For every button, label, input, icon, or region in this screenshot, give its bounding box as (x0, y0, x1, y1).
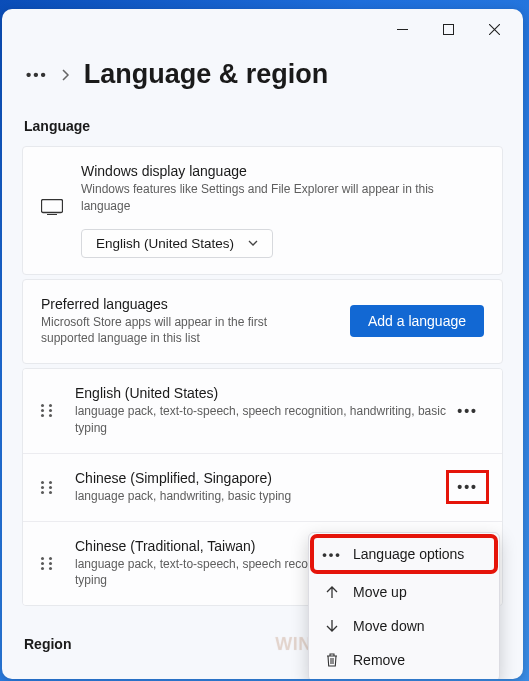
more-button[interactable]: ••• (451, 399, 484, 423)
menu-item-label: Move down (353, 618, 425, 634)
page-title: Language & region (84, 59, 329, 90)
drag-handle-icon[interactable] (41, 481, 55, 494)
display-language-value: English (United States) (96, 236, 234, 251)
preferred-languages-card: Preferred languages Microsoft Store apps… (22, 279, 503, 365)
titlebar (2, 9, 523, 49)
language-features: language pack, text-to-speech, speech re… (75, 403, 451, 437)
language-features: language pack, handwriting, basic typing (75, 488, 451, 505)
arrow-down-icon (323, 619, 341, 633)
ellipsis-icon: ••• (323, 547, 341, 562)
svg-rect-3 (47, 214, 57, 215)
trash-icon (323, 653, 341, 667)
menu-language-options[interactable]: ••• Language options (313, 537, 495, 571)
svg-rect-1 (443, 24, 453, 34)
language-item[interactable]: Chinese (Simplified, Singapore) language… (23, 453, 502, 521)
add-language-button[interactable]: Add a language (350, 305, 484, 337)
chevron-down-icon (248, 240, 258, 246)
display-language-title: Windows display language (81, 163, 484, 179)
display-language-card: Windows display language Windows feature… (22, 146, 503, 275)
arrow-up-icon (323, 585, 341, 599)
close-button[interactable] (471, 13, 517, 45)
maximize-button[interactable] (425, 13, 471, 45)
menu-move-up[interactable]: Move up (313, 575, 495, 609)
drag-handle-icon[interactable] (41, 557, 55, 570)
menu-item-label: Move up (353, 584, 407, 600)
breadcrumb-more-icon[interactable]: ••• (26, 66, 48, 83)
language-name: English (United States) (75, 385, 451, 401)
language-name: Chinese (Simplified, Singapore) (75, 470, 451, 486)
svg-rect-0 (397, 29, 408, 30)
menu-remove[interactable]: Remove (313, 643, 495, 677)
drag-handle-icon[interactable] (41, 404, 55, 417)
svg-rect-2 (42, 200, 63, 213)
settings-window: ••• Language & region Language Windows d… (2, 9, 523, 679)
language-context-menu: ••• Language options Move up Move down R… (308, 532, 500, 679)
preferred-desc: Microsoft Store apps will appear in the … (41, 314, 321, 348)
display-language-desc: Windows features like Settings and File … (81, 181, 484, 215)
section-label-language: Language (24, 118, 503, 134)
menu-move-down[interactable]: Move down (313, 609, 495, 643)
display-icon (41, 199, 63, 217)
menu-item-label: Language options (353, 546, 464, 562)
breadcrumb: ••• Language & region (26, 59, 503, 90)
more-button[interactable]: ••• (451, 475, 484, 499)
preferred-title: Preferred languages (41, 296, 321, 312)
language-item[interactable]: English (United States) language pack, t… (23, 369, 502, 453)
chevron-right-icon (62, 69, 70, 81)
menu-item-label: Remove (353, 652, 405, 668)
minimize-button[interactable] (379, 13, 425, 45)
display-language-dropdown[interactable]: English (United States) (81, 229, 273, 258)
